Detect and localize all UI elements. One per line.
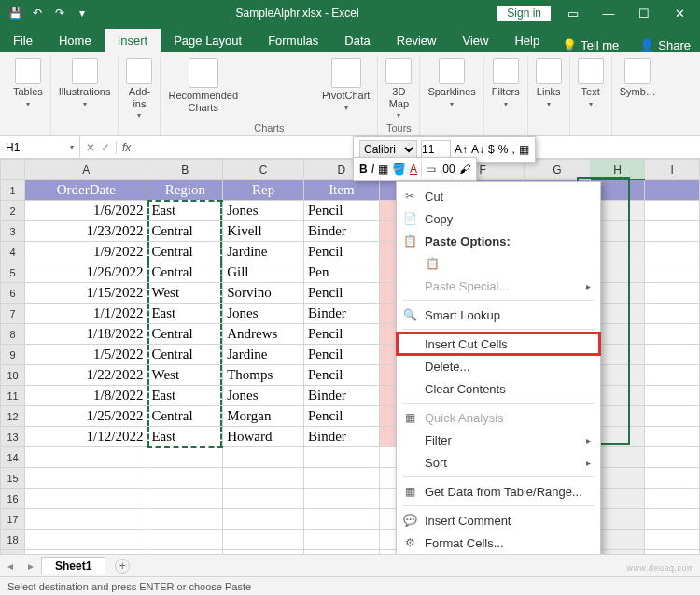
chart-type-icon[interactable] [270, 56, 290, 73]
row-header[interactable]: 6 [1, 283, 25, 304]
save-icon[interactable]: 💾 [7, 6, 22, 21]
cell[interactable]: Central [147, 406, 223, 427]
addins-button[interactable]: Add- ins▾ [126, 56, 152, 120]
cell[interactable]: Pencil [304, 345, 380, 365]
cell[interactable]: 1/26/2022 [25, 262, 147, 283]
cell[interactable]: Pencil [304, 365, 380, 386]
pivotchart-button[interactable]: PivotChart▾ [322, 56, 370, 112]
cell[interactable]: 1/12/2022 [25, 427, 147, 447]
recommended-charts-button[interactable]: Recommended Charts [168, 56, 238, 113]
cell[interactable]: Kivell [223, 221, 304, 242]
cell[interactable]: Pencil [304, 324, 380, 345]
cell[interactable] [645, 345, 700, 365]
tab-insert[interactable]: Insert [105, 29, 161, 52]
row-header[interactable]: 15 [1, 468, 25, 489]
tell-me[interactable]: 💡Tell me [553, 38, 628, 52]
cell[interactable]: Central [147, 345, 223, 365]
ctx-insert-cut-cells[interactable]: Insert Cut Cells [397, 333, 600, 355]
tab-page-layout[interactable]: Page Layout [161, 29, 255, 52]
cell[interactable]: Pencil [304, 406, 380, 427]
cell[interactable]: Central [147, 324, 223, 345]
tab-review[interactable]: Review [384, 29, 450, 52]
cell[interactable]: Howard [223, 427, 304, 447]
cell[interactable] [645, 365, 700, 386]
ribbon-display-icon[interactable]: ▭ [560, 7, 586, 21]
row-header[interactable]: 11 [1, 386, 25, 406]
row-header[interactable]: 12 [1, 406, 25, 427]
new-sheet-button[interactable]: + [115, 559, 130, 574]
text-button[interactable]: Text▾ [578, 56, 604, 108]
cell[interactable]: Jardine [223, 242, 304, 262]
cell[interactable]: Rep [223, 180, 304, 201]
row-header[interactable]: 13 [1, 427, 25, 447]
row-header[interactable]: 16 [1, 489, 25, 509]
tab-nav-next-icon[interactable]: ▸ [21, 560, 41, 573]
select-all[interactable] [1, 160, 25, 180]
merge-icon[interactable]: ▭ [426, 163, 436, 176]
tab-data[interactable]: Data [331, 29, 383, 52]
sheet-tab[interactable]: Sheet1 [41, 557, 105, 574]
cell[interactable]: Jones [223, 201, 304, 221]
row-header[interactable]: 14 [1, 447, 25, 468]
chart-type-icon[interactable] [292, 75, 313, 92]
cell[interactable]: East [147, 201, 223, 221]
border-icon[interactable]: ▦ [378, 163, 388, 176]
chart-type-icon[interactable] [247, 75, 268, 92]
cell[interactable] [645, 201, 700, 221]
cell[interactable] [645, 386, 700, 406]
cell[interactable] [645, 221, 700, 242]
minimize-icon[interactable]: — [595, 7, 622, 21]
cell[interactable]: 1/9/2022 [25, 242, 147, 262]
tab-view[interactable]: View [449, 29, 501, 52]
cell[interactable]: Item [304, 180, 380, 201]
comma-icon[interactable]: , [511, 143, 514, 156]
row-header[interactable]: 3 [1, 221, 25, 242]
ctx-smart-lookup[interactable]: 🔍Smart Lookup [397, 304, 600, 326]
cell[interactable] [645, 283, 700, 304]
row-header[interactable]: 5 [1, 262, 25, 283]
cell[interactable]: Central [147, 262, 223, 283]
ctx-insert-comment[interactable]: 💬Insert Comment [397, 509, 600, 531]
italic-icon[interactable]: I [371, 163, 374, 176]
worksheet[interactable]: A B C D E F G H I 1OrderDateRegionRepIte… [0, 159, 700, 571]
row-header[interactable]: 17 [1, 509, 25, 530]
col-header[interactable]: A [25, 160, 147, 180]
ctx-get-data[interactable]: ▦Get Data from Table/Range... [397, 480, 600, 503]
cell[interactable] [645, 180, 700, 201]
tab-formulas[interactable]: Formulas [255, 29, 331, 52]
ctx-cut[interactable]: ✂Cut [397, 185, 600, 207]
cell[interactable]: West [147, 283, 223, 304]
name-box[interactable]: H1▾ [0, 136, 80, 158]
cell[interactable]: Pencil [304, 242, 380, 262]
cell[interactable] [645, 427, 700, 447]
bold-icon[interactable]: B [359, 163, 368, 176]
cell[interactable]: 1/22/2022 [25, 365, 147, 386]
row-header[interactable]: 1 [1, 180, 25, 201]
links-button[interactable]: Links▾ [536, 56, 562, 108]
tab-file[interactable]: File [0, 29, 46, 52]
cell[interactable]: Pencil [304, 201, 380, 221]
filters-button[interactable]: Filters▾ [492, 56, 520, 108]
ctx-delete[interactable]: Delete... [397, 355, 600, 377]
cancel-formula-icon[interactable]: ✕ [86, 141, 95, 154]
conditional-format-icon[interactable]: ▦ [519, 143, 529, 156]
fill-color-icon[interactable]: 🪣 [392, 163, 406, 176]
row-header[interactable]: 7 [1, 304, 25, 324]
decrease-font-icon[interactable]: A↓ [471, 143, 484, 156]
cell[interactable]: Andrews [223, 324, 304, 345]
format-painter-icon[interactable]: 🖌 [459, 163, 470, 176]
row-header[interactable]: 4 [1, 242, 25, 262]
cell[interactable] [645, 406, 700, 427]
ctx-format-cells[interactable]: ⚙Format Cells... [397, 531, 600, 554]
cell[interactable]: East [147, 304, 223, 324]
sign-in-button[interactable]: Sign in [497, 6, 551, 21]
cell[interactable] [645, 262, 700, 283]
cell[interactable]: Binder [304, 386, 380, 406]
ctx-sort[interactable]: Sort▸ [397, 451, 600, 474]
cell[interactable]: Gill [223, 262, 304, 283]
currency-icon[interactable]: $ [488, 143, 495, 156]
cell[interactable]: Morgan [223, 406, 304, 427]
cell[interactable]: 1/5/2022 [25, 345, 147, 365]
row-header[interactable]: 2 [1, 201, 25, 221]
cell[interactable]: Pen [304, 262, 380, 283]
